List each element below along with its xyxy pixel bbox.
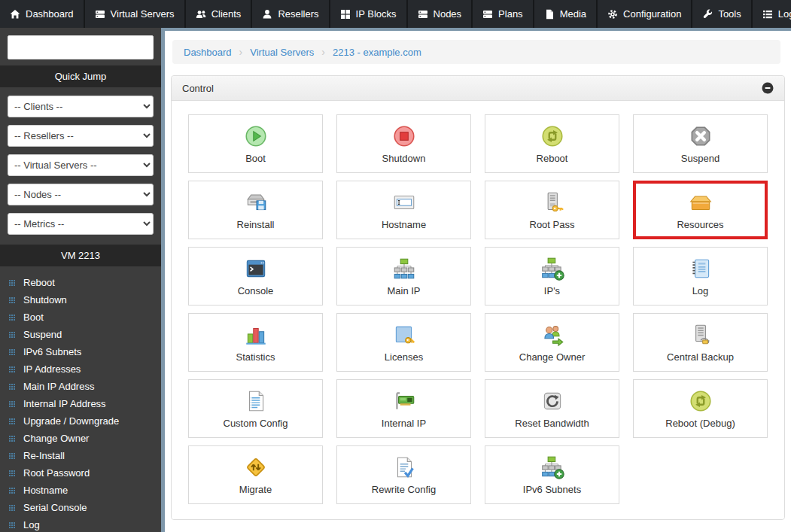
control-button-reboot[interactable]: Reboot (485, 114, 619, 173)
server-icon (95, 9, 105, 20)
octagon-x-icon (688, 123, 713, 149)
control-button-reset-bandwidth[interactable]: Reset Bandwidth (485, 379, 619, 438)
dot-grid-icon (9, 522, 16, 529)
bar-chart-icon (243, 322, 269, 348)
network-tree-plus-icon (540, 256, 565, 281)
reset-arrow-icon (540, 388, 565, 414)
control-button-rewrite-config[interactable]: Rewrite Config (336, 445, 471, 504)
nodes-dropdown[interactable]: -- Nodes -- (8, 184, 154, 205)
control-button-root-pass[interactable]: Root Pass (485, 181, 619, 239)
file-icon (544, 9, 555, 20)
vm-header: VM 2213 (0, 245, 161, 266)
nav-plans[interactable]: Plans (473, 0, 533, 28)
sidebar-item-main-ip-address[interactable]: Main IP Address (0, 378, 161, 395)
resellers-dropdown[interactable]: -- Resellers -- (8, 125, 154, 147)
network-tree-plus-icon (540, 454, 565, 480)
clients-dropdown[interactable]: -- Clients -- (8, 96, 154, 117)
sidebar-item-shutdown[interactable]: Shutdown (0, 291, 161, 309)
gear-icon (607, 9, 618, 20)
sidebar-item-re-install[interactable]: Re-Install (0, 447, 161, 464)
server-icon (482, 9, 493, 20)
sidebar-item-hostname[interactable]: Hostname (0, 482, 161, 499)
refresh-circle-icon (540, 123, 565, 149)
dot-grid-icon (9, 418, 16, 425)
control-button-console[interactable]: Console (188, 247, 323, 306)
server-backup-icon (688, 322, 713, 348)
list-icon (762, 9, 773, 20)
control-button-reinstall[interactable]: Reinstall (188, 181, 323, 239)
control-button-licenses[interactable]: Licenses (336, 313, 471, 372)
control-button-reboot-debug[interactable]: Reboot (Debug) (633, 379, 768, 438)
search-input[interactable] (8, 35, 154, 59)
panel-title: Control (182, 83, 214, 94)
sidebar-item-root-password[interactable]: Root Password (0, 464, 161, 482)
sidebar-item-internal-ip-address[interactable]: Internal IP Address (0, 395, 161, 412)
control-panel: Control Boot Shutdown (171, 75, 785, 520)
nav-tools[interactable]: Tools (692, 0, 750, 28)
page-key-icon (391, 322, 417, 348)
nav-nodes[interactable]: Nodes (408, 0, 472, 28)
sidebar-item-ipv6-subnets[interactable]: IPv6 Subnets (0, 343, 161, 360)
minus-circle-icon[interactable] (762, 82, 774, 94)
document-check-icon (391, 454, 417, 480)
dot-grid-icon (9, 436, 16, 442)
user-icon (262, 9, 272, 20)
nav-media[interactable]: Media (534, 0, 596, 28)
breadcrumb-virtual-servers[interactable]: Virtual Servers (250, 47, 314, 58)
open-box-icon (688, 190, 713, 215)
control-button-internal-ip[interactable]: Internal IP (336, 379, 471, 438)
control-button-custom-config[interactable]: Custom Config (188, 379, 323, 438)
nav-configuration[interactable]: Configuration (598, 0, 691, 28)
document-lines-icon (243, 388, 269, 414)
vm-menu: Reboot Shutdown Boot Suspend IPv6 Subnet… (0, 266, 161, 532)
nav-dashboard[interactable]: Dashboard (0, 0, 84, 28)
people-arrow-icon (540, 322, 565, 348)
virtual-servers-dropdown[interactable]: -- Virtual Servers -- (8, 154, 154, 176)
control-button-resources[interactable]: Resources (633, 181, 768, 239)
breadcrumb-separator: › (239, 46, 243, 58)
breadcrumb-separator: › (321, 46, 325, 58)
sidebar-item-ip-addresses[interactable]: IP Addresses (0, 360, 161, 378)
sidebar-item-boot[interactable]: Boot (0, 309, 161, 326)
terminal-icon (243, 256, 269, 281)
nav-ip-blocks[interactable]: IP Blocks (330, 0, 406, 28)
dot-grid-icon (9, 332, 16, 339)
sidebar-item-reboot[interactable]: Reboot (0, 274, 161, 291)
control-button-migrate[interactable]: Migrate (188, 445, 323, 504)
control-button-shutdown[interactable]: Shutdown (336, 114, 471, 173)
sidebar-item-log[interactable]: Log (0, 516, 161, 532)
nav-clients[interactable]: Clients (186, 0, 251, 28)
dot-grid-icon (9, 453, 16, 460)
control-button-boot[interactable]: Boot (188, 114, 323, 173)
metrics-dropdown[interactable]: -- Metrics -- (8, 213, 154, 235)
dot-grid-icon (9, 349, 16, 356)
text-input-icon (391, 190, 417, 215)
control-button-change-owner[interactable]: Change Owner (485, 313, 619, 372)
control-button-central-backup[interactable]: Central Backup (633, 313, 768, 372)
breadcrumb-dashboard[interactable]: Dashboard (184, 47, 232, 58)
network-card-icon (391, 388, 417, 414)
stop-circle-icon (391, 123, 417, 149)
users-icon (196, 9, 206, 20)
dot-grid-icon (9, 366, 16, 373)
sidebar-item-suspend[interactable]: Suspend (0, 326, 161, 343)
control-button-hostname[interactable]: Hostname (336, 181, 471, 239)
control-button-statistics[interactable]: Statistics (188, 313, 323, 372)
wrench-icon (702, 9, 713, 20)
breadcrumb-current-vm: 2213 - example.com (333, 47, 421, 58)
control-button-ipv6-subnets[interactable]: IPv6 Subnets (485, 445, 619, 504)
sidebar-item-change-owner[interactable]: Change Owner (0, 430, 161, 447)
control-button-log[interactable]: Log (633, 247, 768, 306)
nav-resellers[interactable]: Resellers (252, 0, 328, 28)
dot-grid-icon (9, 505, 16, 512)
dot-grid-icon (9, 488, 16, 494)
nav-log[interactable]: Log (753, 0, 791, 28)
control-button-main-ip[interactable]: Main IP (336, 247, 471, 306)
drive-disk-icon (243, 190, 269, 215)
control-button-ips[interactable]: IP's (485, 247, 619, 306)
sidebar-item-serial-console[interactable]: Serial Console (0, 499, 161, 516)
control-button-suspend[interactable]: Suspend (633, 114, 768, 173)
sidebar-item-upgrade-downgrade[interactable]: Upgrade / Downgrade (0, 412, 161, 430)
refresh-circle-icon (688, 388, 713, 414)
nav-virtual-servers[interactable]: Virtual Servers (85, 0, 184, 28)
